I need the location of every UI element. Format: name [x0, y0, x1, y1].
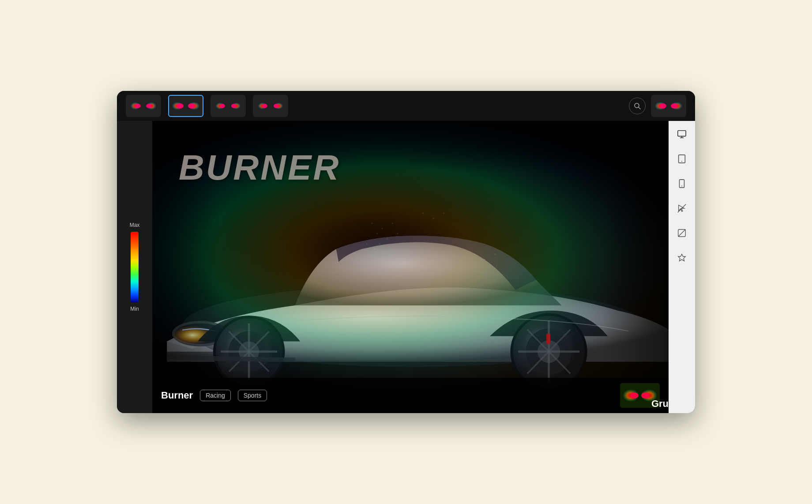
- svg-point-68: [641, 392, 650, 399]
- svg-point-71: [681, 161, 682, 162]
- svg-point-62: [484, 259, 485, 260]
- svg-rect-69: [678, 131, 686, 136]
- svg-point-20: [659, 103, 666, 109]
- heatmap-blob-4: [253, 95, 288, 117]
- svg-point-49: [371, 223, 372, 224]
- svg-point-63: [494, 253, 496, 255]
- svg-point-2: [135, 104, 141, 108]
- svg-point-53: [387, 238, 388, 239]
- svg-point-54: [397, 233, 398, 234]
- bottom-bar: Burner Racing Sports: [152, 378, 669, 413]
- center-area: BURNER Burner Racing Sports: [152, 121, 669, 413]
- svg-point-6: [177, 103, 184, 109]
- nav-thumb-4[interactable]: [253, 95, 288, 117]
- svg-line-76: [678, 229, 686, 237]
- svg-point-3: [146, 104, 152, 108]
- svg-point-59: [433, 218, 434, 219]
- right-sidebar: [669, 121, 695, 413]
- heatmap-blob-2: [169, 96, 203, 116]
- nav-thumbnails: [126, 95, 288, 117]
- item-name: Burner: [161, 390, 193, 401]
- left-sidebar: Max Min: [117, 121, 152, 413]
- scale-bar: [131, 232, 139, 302]
- nav-right: [629, 95, 686, 117]
- main-content: Max Min: [117, 121, 695, 413]
- svg-point-15: [274, 104, 279, 108]
- tablet-icon: [677, 154, 687, 164]
- svg-point-57: [379, 243, 380, 244]
- svg-point-14: [262, 104, 267, 108]
- cursor-off-icon: [677, 203, 687, 213]
- nav-thumb-1[interactable]: [126, 95, 161, 117]
- cursor-toggle-button[interactable]: [673, 199, 691, 217]
- heatmap-off-icon: [677, 228, 687, 238]
- mobile-icon: [677, 179, 687, 188]
- svg-point-61: [474, 253, 475, 255]
- main-image: BURNER Burner Racing Sports: [152, 121, 669, 413]
- svg-point-56: [374, 248, 375, 250]
- svg-point-55: [366, 243, 368, 244]
- svg-point-50: [381, 228, 383, 229]
- search-icon: [634, 102, 641, 109]
- heatmap-scale: Max Min: [130, 222, 140, 312]
- mobile-view-button[interactable]: [673, 175, 691, 192]
- svg-point-58: [422, 212, 424, 214]
- search-button[interactable]: [629, 98, 646, 114]
- svg-point-73: [681, 186, 682, 187]
- heatmap-blob-1: [126, 95, 161, 117]
- nav-thumb-right[interactable]: [651, 95, 686, 117]
- scale-max-label: Max: [130, 222, 140, 228]
- nav-thumb-3[interactable]: [211, 95, 246, 117]
- burner-title: BURNER: [179, 147, 340, 188]
- svg-point-51: [392, 223, 393, 224]
- scale-min-label: Min: [130, 306, 139, 312]
- app-window: Max Min: [117, 91, 695, 413]
- tag-racing[interactable]: Racing: [200, 390, 231, 401]
- svg-point-67: [630, 392, 639, 399]
- tablet-view-button[interactable]: [673, 150, 691, 168]
- svg-point-60: [443, 212, 444, 214]
- heatmap-blob-3: [211, 95, 246, 117]
- heatmap-blob-right: [651, 95, 686, 117]
- svg-point-52: [376, 233, 378, 234]
- desktop-view-button[interactable]: [673, 125, 691, 143]
- adjust-button[interactable]: [673, 249, 691, 267]
- svg-point-7: [188, 103, 195, 109]
- svg-line-17: [639, 107, 640, 109]
- tag-sports[interactable]: Sports: [238, 390, 267, 401]
- heatmap-toggle-button[interactable]: [673, 224, 691, 242]
- svg-point-10: [220, 104, 225, 108]
- adjust-icon: [677, 253, 687, 263]
- nav-thumb-2[interactable]: [168, 95, 203, 117]
- svg-point-21: [671, 103, 678, 109]
- next-item-label: Gru: [644, 398, 669, 413]
- desktop-icon: [677, 129, 687, 139]
- svg-point-11: [231, 104, 237, 108]
- top-nav: [117, 91, 695, 121]
